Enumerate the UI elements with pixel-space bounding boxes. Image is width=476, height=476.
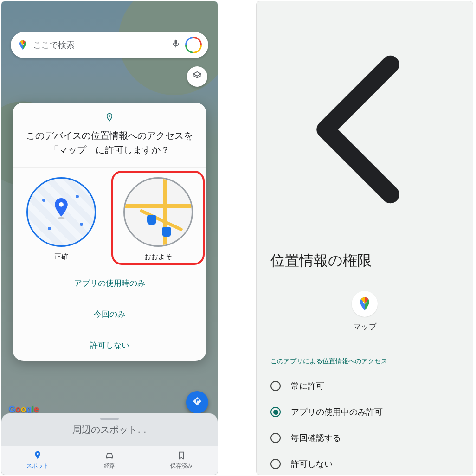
radio-icon <box>270 433 281 443</box>
section-header: このアプリによる位置情報へのアクセス <box>257 332 473 373</box>
search-placeholder: ここで検索 <box>33 39 167 51</box>
radio-allow-while-using[interactable]: アプリの使用中のみ許可 <box>269 399 466 425</box>
app-info: マップ <box>257 291 473 332</box>
pin-icon <box>32 450 43 461</box>
page-title: 位置情報の権限 <box>257 229 473 284</box>
location-pin-icon <box>26 112 193 125</box>
option-precise-label: 正確 <box>17 252 105 261</box>
radio-label: 毎回確認する <box>291 432 341 444</box>
app-name: マップ <box>257 322 473 332</box>
nav-saved[interactable]: 保存済み <box>146 446 218 475</box>
nav-spot[interactable]: スポット <box>1 446 73 475</box>
radio-icon <box>270 459 281 469</box>
action-while-using-app[interactable]: アプリの使用時のみ <box>13 268 206 299</box>
search-bar[interactable]: ここで検索 <box>11 32 208 58</box>
action-deny[interactable]: 許可しない <box>13 330 206 361</box>
radio-label: 許可しない <box>291 458 333 470</box>
nearby-bottom-sheet[interactable]: 周辺のスポット… <box>1 413 218 446</box>
back-button[interactable] <box>269 220 463 228</box>
phone-location-settings: 位置情報の権限 マップ このアプリによる位置情報へのアクセス 常に許可 アプリの… <box>256 1 473 475</box>
svg-point-6 <box>37 453 39 455</box>
profile-avatar[interactable] <box>185 37 202 53</box>
google-maps-app-icon <box>352 291 378 317</box>
accuracy-options: 正確 おおよそ <box>13 167 206 268</box>
nav-spot-label: スポット <box>26 462 49 470</box>
option-approximate-label: おおよそ <box>114 252 202 261</box>
directions-fab[interactable] <box>186 391 208 413</box>
action-only-this-time[interactable]: 今回のみ <box>13 299 206 330</box>
radio-icon <box>270 407 281 417</box>
radio-ask-every-time[interactable]: 毎回確認する <box>269 425 466 451</box>
nav-route[interactable]: 経路 <box>73 446 145 475</box>
phone-maps-dialog: ここで検索 このデバイスの位置情報へのアクセスを「マップ」に許可しますか？ <box>1 1 218 475</box>
option-precise[interactable]: 正確 <box>13 168 109 268</box>
google-maps-pin-icon <box>17 39 28 51</box>
radio-label: アプリの使用中のみ許可 <box>291 406 383 418</box>
dialog-actions: アプリの使用時のみ 今回のみ 許可しない <box>13 268 206 361</box>
screenshot-gap <box>218 0 256 476</box>
svg-point-4 <box>59 202 64 207</box>
layers-button[interactable] <box>187 66 207 87</box>
microphone-icon[interactable] <box>171 39 180 51</box>
svg-rect-1 <box>175 40 177 45</box>
option-approximate[interactable]: おおよそ <box>109 168 206 268</box>
svg-point-5 <box>58 217 64 219</box>
map-pin-icon <box>52 198 70 221</box>
sheet-title: 周辺のスポット… <box>72 424 147 436</box>
location-permission-dialog: このデバイスの位置情報へのアクセスを「マップ」に許可しますか？ 正確 <box>13 103 206 361</box>
layers-icon <box>192 71 202 83</box>
nav-saved-label: 保存済み <box>170 462 193 470</box>
google-watermark: Google <box>9 405 39 414</box>
radio-allow-always[interactable]: 常に許可 <box>269 373 466 399</box>
radio-deny[interactable]: 許可しない <box>269 451 466 475</box>
radio-label: 常に許可 <box>291 380 324 392</box>
dialog-title: このデバイスの位置情報へのアクセスを「マップ」に許可しますか？ <box>26 129 193 157</box>
nav-route-label: 経路 <box>104 462 115 470</box>
approx-map-thumb <box>123 177 193 247</box>
svg-point-8 <box>111 457 112 457</box>
precise-map-thumb <box>26 177 96 247</box>
permission-radio-group: 常に許可 アプリの使用中のみ許可 毎回確認する 許可しない <box>257 373 473 475</box>
car-icon <box>104 450 115 461</box>
radio-icon <box>270 381 281 391</box>
bottom-nav: スポット 経路 保存済み <box>1 446 218 475</box>
directions-icon <box>192 396 202 408</box>
svg-point-7 <box>107 457 108 457</box>
svg-point-3 <box>109 115 110 117</box>
bookmark-icon <box>176 450 187 461</box>
